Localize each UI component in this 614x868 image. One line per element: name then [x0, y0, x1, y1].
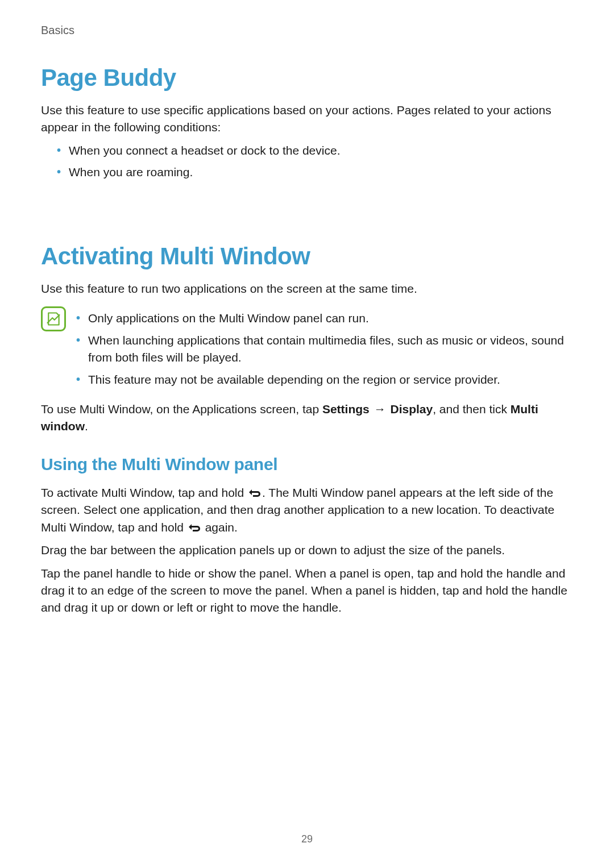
bullet-text: Only applications on the Multi Window pa… [88, 310, 369, 327]
heading-page-buddy: Page Buddy [41, 64, 573, 92]
breadcrumb: Basics [41, 24, 573, 37]
bullet-text: When you connect a headset or dock to th… [69, 142, 340, 159]
bullet-icon: • [76, 332, 80, 348]
using-panel-p1: To activate Multi Window, tap and hold .… [41, 484, 573, 536]
page-number: 29 [0, 833, 614, 845]
instruction-mid: , and then tick [433, 402, 511, 416]
bullet-icon: • [57, 142, 61, 159]
list-item: • When launching applications that conta… [76, 332, 573, 367]
back-icon [187, 522, 202, 532]
note-icon [41, 306, 66, 331]
list-item: • When you connect a headset or dock to … [57, 142, 573, 159]
page-buddy-bullets: • When you connect a headset or dock to … [57, 142, 573, 181]
using-panel-p2: Drag the bar between the application pan… [41, 542, 573, 559]
bullet-icon: • [76, 371, 80, 388]
settings-label: Settings [322, 402, 370, 416]
multi-window-intro: Use this feature to run two applications… [41, 280, 573, 297]
back-icon [247, 487, 262, 497]
bullet-text: When you are roaming. [69, 164, 193, 181]
instruction-pre: To use Multi Window, on the Applications… [41, 402, 322, 416]
bullet-text: When launching applications that contain… [88, 332, 573, 367]
note-bullet-list: • Only applications on the Multi Window … [76, 305, 573, 393]
instruction-post: . [85, 420, 88, 433]
arrow-icon: → [373, 401, 387, 418]
display-label: Display [390, 402, 433, 416]
multi-window-instruction: To use Multi Window, on the Applications… [41, 401, 573, 435]
bullet-icon: • [76, 310, 80, 326]
using-panel-p3: Tap the panel handle to hide or show the… [41, 565, 573, 617]
list-item: • When you are roaming. [57, 164, 573, 181]
heading-activating-multi-window: Activating Multi Window [41, 243, 573, 270]
page-buddy-intro: Use this feature to use specific applica… [41, 102, 573, 136]
heading-using-multi-window-panel: Using the Multi Window panel [41, 455, 573, 474]
bullet-text: This feature may not be available depend… [88, 371, 500, 388]
p1-part-c: again. [202, 521, 238, 534]
list-item: • This feature may not be available depe… [76, 371, 573, 388]
bullet-icon: • [57, 164, 61, 180]
note-block: • Only applications on the Multi Window … [41, 305, 573, 393]
list-item: • Only applications on the Multi Window … [76, 310, 573, 327]
p1-part-a: To activate Multi Window, tap and hold [41, 486, 247, 499]
